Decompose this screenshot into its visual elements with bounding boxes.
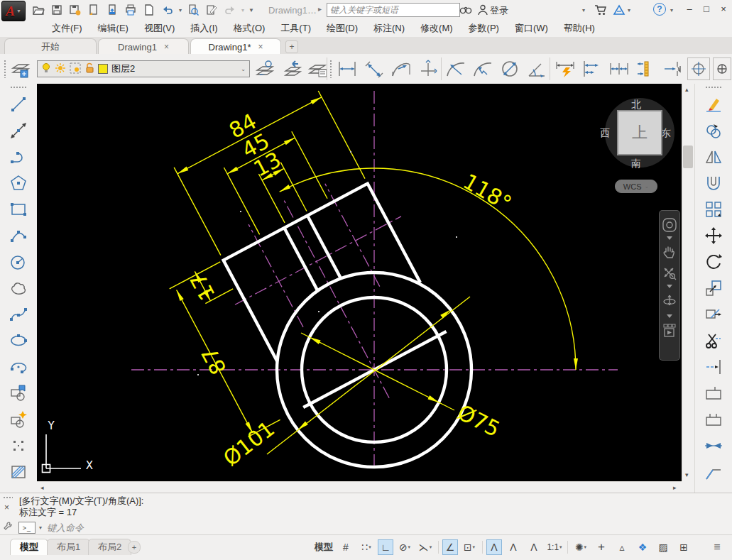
baseline-dimension-button[interactable]: [579, 56, 605, 82]
ortho-icon[interactable]: ∟: [378, 539, 393, 555]
move-tool[interactable]: [701, 224, 726, 247]
chevron-down-icon[interactable]: ▾: [408, 544, 411, 550]
layer-unlock-icon[interactable]: [84, 62, 94, 76]
dimension-break-button[interactable]: [660, 56, 686, 82]
plot-button[interactable]: [124, 3, 138, 17]
rectangle-tool[interactable]: [6, 197, 31, 221]
spline-tool[interactable]: [6, 302, 31, 326]
viewcube-top-face[interactable]: 上: [617, 110, 662, 155]
vertical-scroll-thumb[interactable]: [683, 146, 693, 168]
ordinate-dimension-button[interactable]: [415, 56, 441, 82]
search-icon[interactable]: [459, 3, 473, 17]
construction-line-tool[interactable]: [6, 119, 31, 142]
line-tool[interactable]: [6, 92, 31, 116]
jogged-dimension-button[interactable]: [470, 56, 496, 82]
wheel-dropdown-icon[interactable]: [662, 236, 677, 240]
linear-dimension-button[interactable]: [334, 56, 360, 82]
quick-dimension-button[interactable]: [552, 56, 578, 82]
command-input[interactable]: [45, 522, 261, 534]
radius-dimension-button[interactable]: [443, 56, 469, 82]
tab-start[interactable]: 开始: [4, 38, 97, 55]
recent-commands-icon[interactable]: ▾: [39, 525, 42, 531]
zoom-icon[interactable]: [662, 266, 677, 280]
a360-icon[interactable]: [612, 3, 626, 17]
viewcube-south[interactable]: 南: [631, 158, 641, 170]
viewcube-west[interactable]: 西: [600, 127, 610, 140]
model-space-toggle[interactable]: 模型: [313, 539, 334, 555]
center-mark-button[interactable]: [687, 57, 710, 80]
close-icon[interactable]: ×: [164, 42, 169, 52]
save-to-mobile-button[interactable]: [87, 3, 101, 17]
layout-tab-2[interactable]: 布局2: [88, 539, 131, 555]
infocenter-toggle-icon[interactable]: ▸: [318, 5, 322, 13]
navigation-wheel-icon[interactable]: [662, 218, 677, 232]
make-block-tool[interactable]: [6, 407, 31, 431]
angular-dimension-button[interactable]: [524, 56, 550, 82]
mirror-tool[interactable]: [701, 145, 726, 168]
layout-tab-model[interactable]: 模型: [10, 539, 48, 555]
layers-toolbar-grip[interactable]: [4, 60, 7, 78]
hardware-accel-icon[interactable]: ❖: [633, 539, 652, 555]
save-button[interactable]: [50, 3, 64, 17]
command-close-icon[interactable]: ×: [4, 503, 16, 512]
save-as-button[interactable]: [68, 3, 82, 17]
scroll-up-icon[interactable]: ▴: [685, 86, 689, 93]
modify-toolbar-grip[interactable]: [705, 86, 722, 89]
layer-properties-button[interactable]: [9, 56, 34, 82]
menu-edit[interactable]: 编辑(E): [90, 20, 136, 37]
revision-cloud-tool[interactable]: [6, 276, 31, 300]
workspace-gear-icon[interactable]: ✺▾: [572, 539, 590, 555]
polygon-tool[interactable]: [6, 171, 31, 194]
dimension-space-button[interactable]: [633, 56, 659, 82]
stretch-tool[interactable]: [701, 302, 726, 326]
layer-previous-button[interactable]: [280, 56, 305, 82]
menu-insert[interactable]: 插入(I): [182, 20, 225, 37]
chevron-down-icon[interactable]: ▾: [368, 544, 371, 550]
snap-icon[interactable]: ∷▾: [357, 539, 376, 555]
menu-tools[interactable]: 工具(T): [273, 20, 319, 37]
open-button[interactable]: [31, 3, 45, 17]
tab-drawing1-star[interactable]: Drawing1*×: [190, 38, 281, 55]
ellipse-tool[interactable]: [6, 329, 31, 352]
break-tool[interactable]: [701, 407, 726, 431]
menu-parametric[interactable]: 参数(P): [461, 20, 507, 37]
command-prompt-icon[interactable]: >_: [18, 522, 35, 534]
menu-dimension[interactable]: 标注(N): [366, 20, 413, 37]
menu-file[interactable]: 文件(F): [44, 20, 90, 37]
make-object-layer-current-button[interactable]: [253, 56, 278, 82]
application-menu-button[interactable]: A ▼: [1, 1, 26, 21]
grid-icon[interactable]: #: [337, 539, 355, 555]
window-maximize-button[interactable]: □: [699, 2, 714, 15]
drawing-canvas[interactable]: 84 45 13 17 87: [37, 84, 682, 481]
hatch-tool[interactable]: [6, 460, 31, 483]
dimension-texts[interactable]: 84 45 13 17 87: [106, 106, 355, 378]
layer-combo-dropdown-icon[interactable]: ⌄: [241, 66, 246, 72]
viewcube-east[interactable]: 东: [661, 127, 671, 140]
scroll-right-icon[interactable]: ▸: [673, 484, 677, 491]
otrack-icon[interactable]: ∠: [442, 539, 458, 555]
a360-dropdown-icon[interactable]: ▾: [628, 7, 630, 13]
performance-icon[interactable]: ▨: [654, 539, 672, 555]
layer-thaw-sun-icon[interactable]: [55, 62, 66, 76]
chevron-down-icon[interactable]: ▾: [430, 544, 432, 550]
command-panel-grip[interactable]: [3, 496, 13, 500]
menu-format[interactable]: 格式(O): [226, 20, 273, 37]
copy-tool[interactable]: [701, 119, 726, 142]
extend-tool[interactable]: [701, 355, 726, 378]
chamfer-tool[interactable]: [701, 460, 726, 483]
layer-freeze-viewport-icon[interactable]: [70, 62, 81, 76]
clean-screen-icon[interactable]: ⊞: [674, 539, 693, 555]
annotation-autoscale-icon[interactable]: Λ: [504, 539, 523, 555]
vertical-scrollbar[interactable]: [682, 84, 695, 481]
linear-dimensions[interactable]: [120, 91, 446, 437]
redo-button[interactable]: [223, 3, 237, 17]
layer-on-bulb-icon[interactable]: [41, 62, 51, 76]
array-tool[interactable]: [701, 197, 726, 221]
annotation-visibility-icon[interactable]: Λ: [486, 539, 502, 555]
menu-draw[interactable]: 绘图(D): [319, 20, 366, 37]
chevron-down-icon[interactable]: ▾: [559, 544, 562, 550]
pan-icon[interactable]: [662, 245, 677, 259]
layer-color-swatch[interactable]: [98, 64, 108, 74]
search-input[interactable]: [327, 3, 460, 17]
customize-wrench-icon[interactable]: [3, 521, 16, 534]
